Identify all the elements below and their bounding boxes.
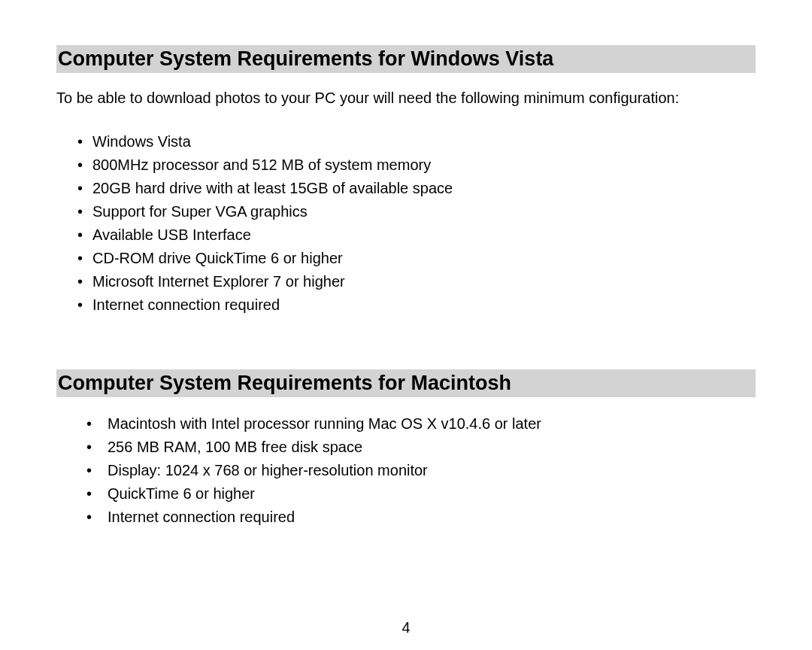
list-item: Internet connection required [86, 506, 756, 529]
list-item: Microsoft Internet Explorer 7 or higher [77, 270, 756, 293]
list-item: Support for Super VGA graphics [77, 200, 756, 223]
list-item: QuickTime 6 or higher [86, 482, 756, 506]
page-number: 4 [0, 619, 812, 636]
list-item: Internet connection required [77, 293, 756, 317]
heading-macintosh: Computer System Requirements for Macinto… [56, 369, 756, 397]
requirements-list-macintosh: Macintosh with Intel processor running M… [56, 412, 756, 529]
section-macintosh: Computer System Requirements for Macinto… [56, 369, 756, 529]
list-item: Windows Vista [77, 130, 756, 153]
list-item: Display: 1024 x 768 or higher-resolution… [86, 459, 756, 482]
list-item: Macintosh with Intel processor running M… [86, 412, 756, 436]
requirements-list-windows: Windows Vista 800MHz processor and 512 M… [56, 130, 756, 317]
list-item: 256 MB RAM, 100 MB free disk space [86, 436, 756, 459]
list-item: CD-ROM drive QuickTime 6 or higher [77, 247, 756, 270]
intro-text: To be able to download photos to your PC… [56, 88, 756, 108]
list-item: Available USB Interface [77, 223, 756, 247]
list-item: 800MHz processor and 512 MB of system me… [77, 153, 756, 177]
section-windows-vista: Computer System Requirements for Windows… [56, 45, 756, 317]
list-item: 20GB hard drive with at least 15GB of av… [77, 177, 756, 200]
heading-windows-vista: Computer System Requirements for Windows… [56, 45, 756, 73]
